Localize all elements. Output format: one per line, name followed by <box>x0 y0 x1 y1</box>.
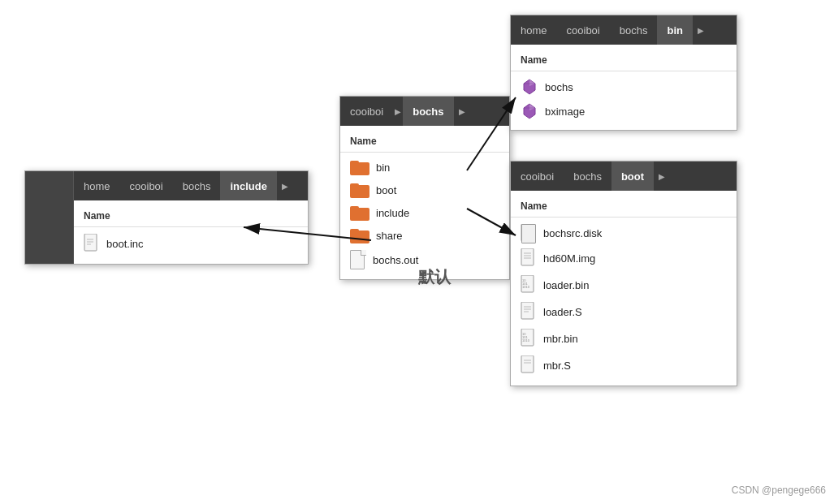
breadcrumb-home[interactable]: home <box>511 15 557 45</box>
breadcrumb-cooiboi-include[interactable]: cooiboi <box>120 171 173 200</box>
list-item[interactable]: bximage <box>511 99 737 123</box>
window-bochs[interactable]: cooiboi ▶ bochs ▶ Name bin boot include … <box>339 96 510 280</box>
file-icon <box>84 234 100 254</box>
list-item[interactable]: 101011010 loader.bin <box>511 272 737 299</box>
item-name-hd60m: hd60M.img <box>543 252 595 265</box>
include-main: home cooiboi bochs include ▶ Name boot.i… <box>74 171 308 264</box>
svg-rect-11 <box>521 248 534 265</box>
breadcrumb-boot-active[interactable]: boot <box>611 162 654 191</box>
window-include[interactable]: home cooiboi bochs include ▶ Name boot.i… <box>24 170 309 265</box>
left-sidebar <box>25 171 74 264</box>
breadcrumb-bochs-include[interactable]: bochs <box>173 171 221 200</box>
svg-rect-19 <box>521 302 534 319</box>
include-column-header: Name <box>74 207 308 227</box>
folder-icon <box>350 182 369 198</box>
list-item[interactable]: share <box>340 224 509 247</box>
item-name-boot-inc: boot.inc <box>106 238 144 250</box>
item-name-include: include <box>376 207 409 219</box>
breadcrumb-arrow-include: ▶ <box>280 182 290 191</box>
bin-column-header: Name <box>511 51 737 71</box>
breadcrumb-bochs-bin[interactable]: bochs <box>610 15 658 45</box>
breadcrumb-boot: cooiboi bochs boot ▶ <box>511 162 737 191</box>
chinese-annotation: 默认 <box>418 266 451 288</box>
bochs-content: Name bin boot include share bochs.out <box>340 126 509 279</box>
list-item[interactable]: 101011010 mbr.bin <box>511 325 737 352</box>
file-lines-icon: 101011010 <box>521 275 537 295</box>
list-item[interactable]: loader.S <box>511 299 737 325</box>
folder-icon <box>350 205 369 221</box>
include-content: Name boot.inc <box>74 200 308 264</box>
list-item[interactable]: bochs <box>511 75 737 99</box>
folder-icon <box>350 227 369 243</box>
list-item[interactable]: bin <box>340 156 509 179</box>
item-name-bin: bin <box>376 162 390 174</box>
breadcrumb-bochs-active[interactable]: bochs <box>403 97 453 126</box>
folder-icon <box>350 159 369 175</box>
svg-rect-6 <box>521 224 534 241</box>
svg-text:1010: 1010 <box>522 338 530 342</box>
file-lines-icon <box>521 224 537 242</box>
item-name-bochs-out: bochs.out <box>373 254 418 266</box>
breadcrumb-cooiboi[interactable]: cooiboi <box>340 97 393 126</box>
breadcrumb-arrow-1: ▶ <box>393 107 403 116</box>
list-item[interactable]: boot.inc <box>74 230 308 257</box>
watermark: CSDN @pengege666 <box>732 485 826 496</box>
breadcrumb-home-include[interactable]: home <box>74 171 120 200</box>
breadcrumb-arrow-boot: ▶ <box>657 172 667 181</box>
gem-icon-bximage <box>521 102 538 120</box>
bin-content: Name bochs bximage <box>511 45 737 130</box>
breadcrumb-arrow-2: ▶ <box>457 107 467 116</box>
list-item[interactable]: mbr.S <box>511 352 737 379</box>
list-item[interactable]: boot <box>340 179 509 201</box>
list-item[interactable]: bochsrc.disk <box>511 221 737 245</box>
item-name-loader-bin: loader.bin <box>543 279 589 291</box>
item-name-loader-s: loader.S <box>543 306 582 318</box>
window-bin[interactable]: home cooiboi bochs bin ▶ Name bochs bxim… <box>510 15 737 131</box>
breadcrumb-cooiboi-boot[interactable]: cooiboi <box>511 162 564 191</box>
item-name-bximage: bximage <box>545 106 585 118</box>
breadcrumb-include-active[interactable]: include <box>220 171 277 200</box>
gem-icon-bochs <box>521 78 538 96</box>
file-lines-icon <box>521 302 537 322</box>
boot-column-header: Name <box>511 197 737 218</box>
item-name-mbr-bin: mbr.bin <box>543 333 578 345</box>
list-item[interactable]: hd60M.img <box>511 245 737 272</box>
file-lines-icon <box>521 355 537 376</box>
svg-text:1010: 1010 <box>522 285 530 289</box>
item-name-mbr-s: mbr.S <box>543 360 571 372</box>
breadcrumb-bin-active[interactable]: bin <box>657 15 693 45</box>
window-include-split: home cooiboi bochs include ▶ Name boot.i… <box>25 171 308 264</box>
breadcrumb-cooiboi-bin[interactable]: cooiboi <box>557 15 610 45</box>
file-lines-icon <box>521 248 537 269</box>
breadcrumb-arrow-bin: ▶ <box>696 26 706 35</box>
file-lines-icon: 101011010 <box>521 329 537 349</box>
item-name-share: share <box>376 230 403 242</box>
boot-content: Name bochsrc.disk hd60M.img 101011010 lo… <box>511 191 737 386</box>
breadcrumb-bin: home cooiboi bochs bin ▶ <box>511 15 737 45</box>
file-icon <box>350 250 366 269</box>
item-name-boot: boot <box>376 184 396 196</box>
list-item[interactable]: include <box>340 201 509 224</box>
breadcrumb-bochs-boot[interactable]: bochs <box>564 162 611 191</box>
item-name-bochs-gem: bochs <box>545 81 573 93</box>
breadcrumb-bochs: cooiboi ▶ bochs ▶ <box>340 97 509 126</box>
window-boot[interactable]: cooiboi bochs boot ▶ Name bochsrc.disk h… <box>510 161 737 386</box>
svg-rect-27 <box>521 355 534 373</box>
breadcrumb-include: home cooiboi bochs include ▶ <box>74 171 308 200</box>
bochs-column-header: Name <box>340 132 509 153</box>
item-name-bochsrc: bochsrc.disk <box>543 227 602 239</box>
